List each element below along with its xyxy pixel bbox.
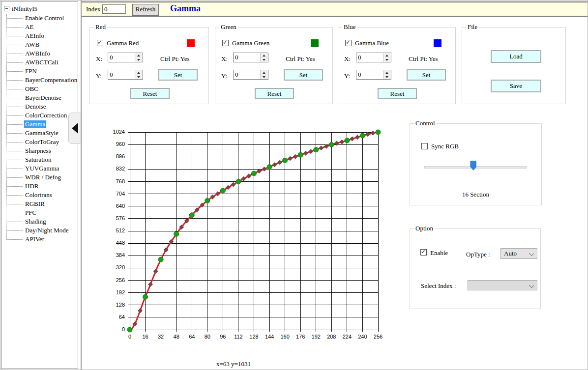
gamma-green-checkbox[interactable] bbox=[222, 40, 229, 46]
y-label: Y: bbox=[344, 72, 350, 80]
diamond-marker bbox=[262, 167, 267, 171]
tree-item-ae[interactable]: AE bbox=[1, 23, 78, 31]
y-axis-tick: 448 bbox=[101, 240, 125, 246]
tree-item-day-night-mode[interactable]: Day/Night Mode bbox=[1, 226, 78, 235]
control-point-marker[interactable] bbox=[329, 142, 334, 147]
set-button[interactable]: Set bbox=[158, 69, 198, 81]
option-groupbox: Option Enable OpType : Auto Select Index… bbox=[410, 228, 541, 309]
optype-dropdown[interactable]: Auto bbox=[500, 248, 537, 259]
tree-item-pfc[interactable]: PFC bbox=[1, 208, 78, 217]
load-button[interactable]: Load bbox=[491, 50, 541, 63]
tree-item-fpn[interactable]: FPN bbox=[1, 67, 78, 76]
spin-down-icon[interactable] bbox=[261, 57, 268, 62]
tree-item-denoise[interactable]: Denoise bbox=[1, 102, 78, 111]
reset-button[interactable]: Reset bbox=[130, 88, 170, 99]
control-point-marker[interactable] bbox=[345, 138, 350, 143]
y-spinner[interactable]: 0 bbox=[108, 70, 143, 80]
control-point-marker[interactable] bbox=[283, 158, 288, 163]
tree-item-yuvgamma[interactable]: YUVGamma bbox=[1, 164, 78, 173]
gamma-blue-label: Gamma Blue bbox=[355, 39, 389, 47]
tree-item-awb[interactable]: AWB bbox=[1, 40, 78, 49]
panel-collapse-handle[interactable] bbox=[68, 113, 82, 144]
spin-down-icon[interactable] bbox=[383, 75, 391, 79]
spin-down-icon[interactable] bbox=[261, 75, 268, 79]
tree-item-wdr-defog[interactable]: WDR / Defog bbox=[1, 173, 78, 182]
control-point-marker[interactable] bbox=[174, 231, 179, 236]
y-axis-tick: 896 bbox=[101, 153, 125, 159]
tree-item-saturation[interactable]: Saturation bbox=[1, 155, 78, 164]
x-axis-tick: 208 bbox=[324, 334, 339, 340]
diamond-marker bbox=[303, 151, 308, 156]
index-input[interactable] bbox=[102, 4, 126, 14]
reset-button[interactable]: Reset bbox=[378, 88, 417, 99]
tree-item-gammastyle[interactable]: GammaStyle bbox=[1, 129, 78, 138]
tree-item-shading[interactable]: Shading bbox=[1, 217, 78, 226]
spin-down-icon[interactable] bbox=[383, 57, 391, 62]
control-point-marker[interactable] bbox=[158, 257, 163, 262]
refresh-button[interactable]: Refresh bbox=[132, 4, 159, 16]
y-value: 0 bbox=[235, 71, 238, 79]
green-group-title: Green bbox=[219, 23, 238, 31]
control-point-marker[interactable] bbox=[143, 294, 148, 299]
x-spinner[interactable]: 0 bbox=[233, 53, 268, 62]
tree-item-colorcorrection[interactable]: ColorCorrection bbox=[1, 111, 78, 120]
control-point-marker[interactable] bbox=[314, 147, 319, 152]
control-point-marker[interactable] bbox=[376, 130, 381, 135]
control-point-marker[interactable] bbox=[189, 213, 194, 218]
x-axis-tick: 32 bbox=[153, 334, 168, 340]
gamma-red-checkbox[interactable] bbox=[97, 40, 103, 46]
x-axis-tick: 144 bbox=[262, 334, 277, 340]
control-point-marker[interactable] bbox=[252, 171, 257, 176]
enable-checkbox[interactable] bbox=[420, 249, 427, 256]
tree-root-label[interactable]: iNfinityI5 bbox=[12, 4, 37, 14]
control-point-marker[interactable] bbox=[267, 165, 272, 170]
tree-item-aeinfo[interactable]: AEInfo bbox=[1, 31, 78, 40]
y-axis-tick: 384 bbox=[101, 252, 125, 258]
tree-item-awbctcali[interactable]: AWBCTCali bbox=[1, 58, 78, 67]
y-spinner[interactable]: 0 bbox=[356, 70, 391, 80]
control-point-marker[interactable] bbox=[220, 188, 225, 193]
control-groupbox: Control Sync RGB 16 Section bbox=[410, 123, 542, 205]
save-button[interactable]: Save bbox=[491, 80, 541, 92]
tree-item-bayerdenoise[interactable]: BayerDenoise bbox=[1, 93, 78, 102]
spin-down-icon[interactable] bbox=[135, 57, 143, 62]
y-axis-tick: 320 bbox=[101, 264, 125, 270]
tree-item-bayercompensation[interactable]: BayerCompensation bbox=[1, 76, 78, 85]
tree-item-rgbir[interactable]: RGBIR bbox=[1, 199, 78, 208]
x-label: X: bbox=[221, 55, 228, 63]
tree-item-apiver[interactable]: APIVer bbox=[1, 235, 78, 244]
tree-item-hdr[interactable]: HDR bbox=[1, 182, 78, 191]
y-spinner[interactable]: 0 bbox=[233, 70, 268, 80]
y-axis-tick: 256 bbox=[101, 277, 125, 283]
tree-root[interactable]: iNfinityI5 bbox=[1, 4, 78, 14]
x-spinner[interactable]: 0 bbox=[356, 53, 391, 62]
gamma-green-label: Gamma Green bbox=[232, 39, 269, 47]
set-button[interactable]: Set bbox=[284, 69, 323, 81]
control-point-marker[interactable] bbox=[360, 133, 365, 138]
x-value: 0 bbox=[110, 54, 113, 61]
diamond-marker bbox=[339, 140, 344, 144]
tree-item-colortrans[interactable]: Colortrans bbox=[1, 191, 78, 199]
tree-item-obc[interactable]: OBC bbox=[1, 85, 78, 93]
blue-color-swatch bbox=[434, 39, 441, 47]
reset-button[interactable]: Reset bbox=[255, 88, 294, 99]
y-axis-tick: 960 bbox=[101, 141, 125, 147]
control-point-marker[interactable] bbox=[298, 152, 303, 157]
control-point-marker[interactable] bbox=[205, 198, 210, 203]
gamma-curve-chart[interactable] bbox=[127, 129, 381, 333]
control-point-marker[interactable] bbox=[236, 179, 241, 184]
sync-rgb-checkbox[interactable] bbox=[421, 143, 428, 149]
spin-down-icon[interactable] bbox=[135, 75, 143, 79]
collapse-minus-icon[interactable] bbox=[4, 6, 9, 11]
x-spinner[interactable]: 0 bbox=[108, 53, 143, 62]
control-point-marker[interactable] bbox=[127, 327, 132, 332]
select-index-dropdown[interactable] bbox=[468, 280, 537, 290]
gamma-blue-checkbox[interactable] bbox=[345, 40, 352, 46]
tree-item-gamma[interactable]: Gamma bbox=[1, 120, 78, 129]
section-slider-thumb[interactable] bbox=[470, 161, 476, 171]
tree-item-awbinfo[interactable]: AWBInfo bbox=[1, 49, 78, 58]
set-button[interactable]: Set bbox=[407, 69, 446, 81]
tree-item-sharpness[interactable]: Sharpness bbox=[1, 146, 78, 155]
tree-item-colortogray[interactable]: ColorToGray bbox=[1, 138, 78, 146]
tree-item-enable-control[interactable]: Enable Control bbox=[1, 14, 78, 23]
